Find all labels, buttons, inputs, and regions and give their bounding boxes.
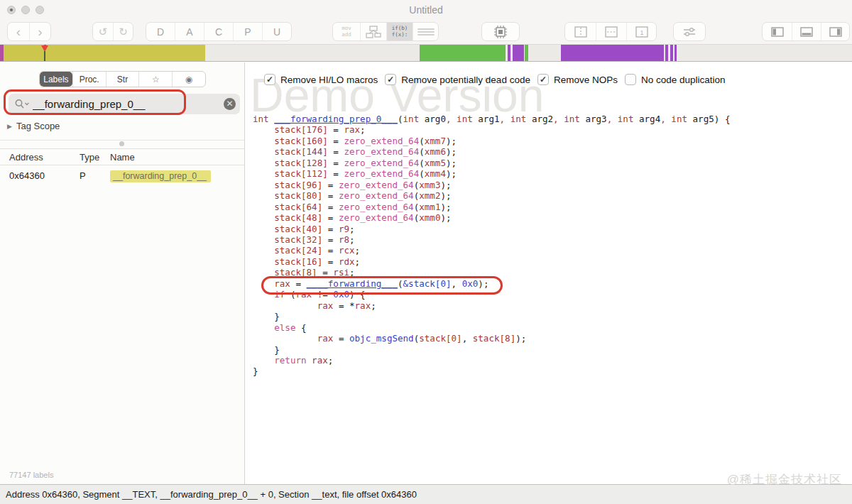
- column-header-type[interactable]: Type: [80, 152, 99, 163]
- code-line[interactable]: rax = objc_msgSend(stack[0], stack[8]);: [253, 333, 730, 344]
- search-input[interactable]: [33, 98, 224, 110]
- current-position-line: [44, 51, 45, 61]
- tab-str[interactable]: Str: [106, 72, 139, 87]
- code-token: (: [398, 114, 403, 124]
- search-field[interactable]: ✕: [9, 94, 240, 114]
- memory-segment[interactable]: [561, 45, 664, 61]
- hex-mode-button[interactable]: [413, 23, 438, 40]
- code-line[interactable]: rax = ____forwarding___(&stack[0], 0x0);: [253, 278, 730, 289]
- table-row[interactable]: 0x64360 P __forwarding_prep_0__: [0, 168, 244, 185]
- code-line[interactable]: stack[96] = zero_extend_64(xmm3);: [253, 180, 730, 190]
- code-line[interactable]: stack[8] = rsi;: [253, 267, 730, 278]
- code-token: [307, 355, 312, 366]
- code-line[interactable]: stack[32] = r8;: [253, 234, 730, 245]
- code-line[interactable]: stack[144] = zero_extend_64(xmm6);: [253, 146, 730, 157]
- cpu-button[interactable]: [482, 23, 519, 40]
- checkbox-remove-hi-lo-macros[interactable]: ✓Remove HI/LO macros: [264, 74, 378, 85]
- code-line[interactable]: stack[112] = zero_extend_64(xmm4);: [253, 168, 730, 179]
- code-line[interactable]: rax = *rax;: [253, 300, 730, 311]
- settings-button[interactable]: [674, 23, 705, 40]
- code-token: [253, 168, 274, 179]
- tab-bookmarks-star-icon[interactable]: ☆: [138, 72, 172, 87]
- checkbox-remove-nops[interactable]: ✓Remove NOPs: [537, 74, 618, 85]
- checkbox-remove-potentially-dead-code[interactable]: ✓Remove potentially dead code: [385, 74, 530, 85]
- memory-segment[interactable]: [420, 45, 506, 61]
- code-token: = *: [333, 300, 354, 311]
- code-line[interactable]: stack[48] = zero_extend_64(xmm0);: [253, 212, 730, 223]
- checkbox-checked-icon[interactable]: ✓: [264, 74, 275, 85]
- assembly-mode-button[interactable]: movadd: [333, 23, 360, 40]
- column-header-address[interactable]: Address: [9, 152, 43, 163]
- transform-a-button[interactable]: A: [175, 23, 204, 40]
- checkbox-unchecked-icon[interactable]: [625, 74, 636, 85]
- panel-toggle-group: [762, 22, 850, 41]
- memory-segment[interactable]: [670, 45, 673, 61]
- labels-table-header[interactable]: Address Type Name: [0, 148, 244, 165]
- tag-scope-disclosure[interactable]: ▶ Tag Scope: [7, 121, 60, 131]
- sidebar-tabs: LabelsProc.Str☆◉: [39, 71, 206, 87]
- memory-segment[interactable]: [674, 45, 677, 61]
- forward-button[interactable]: ›: [29, 23, 50, 40]
- code-line[interactable]: }: [253, 366, 730, 376]
- undo-button[interactable]: ↺: [93, 23, 113, 40]
- code-line[interactable]: if (rax != 0x0) {: [253, 289, 730, 300]
- memory-segment[interactable]: [0, 45, 4, 61]
- code-line[interactable]: else {: [253, 322, 730, 333]
- separator-lines-button[interactable]: [596, 23, 626, 40]
- code-line[interactable]: }: [253, 344, 730, 355]
- memory-map-bar[interactable]: [0, 44, 852, 62]
- memory-segment[interactable]: [513, 45, 524, 61]
- tab-label: Proc.: [80, 75, 99, 84]
- toggle-right-panel-button[interactable]: [821, 23, 849, 40]
- back-button[interactable]: ‹: [8, 23, 29, 40]
- toggle-left-panel-button[interactable]: [763, 23, 792, 40]
- split-view-button[interactable]: [565, 23, 596, 40]
- code-line[interactable]: stack[40] = r9;: [253, 224, 730, 234]
- code-token: xmm4: [425, 168, 446, 179]
- code-token: [253, 245, 274, 256]
- code-line[interactable]: stack[64] = zero_extend_64(xmm1);: [253, 202, 730, 212]
- splitter-handle[interactable]: [119, 141, 124, 146]
- code-line[interactable]: }: [253, 311, 730, 322]
- memory-segment[interactable]: [508, 45, 510, 61]
- code-line[interactable]: int ___forwarding_prep_0___(int arg0, in…: [253, 114, 730, 124]
- cfg-mode-button[interactable]: [360, 23, 386, 40]
- transform-d-button[interactable]: D: [146, 23, 175, 40]
- tab-labels[interactable]: Labels: [40, 72, 72, 87]
- transform-letter: U: [263, 26, 291, 38]
- tab-proc[interactable]: Proc.: [72, 72, 106, 87]
- clear-search-icon[interactable]: ✕: [224, 98, 236, 110]
- tab-label: ☆: [152, 75, 160, 84]
- code-line[interactable]: stack[160] = zero_extend_64(xmm7);: [253, 136, 730, 146]
- transform-p-button[interactable]: P: [233, 23, 262, 40]
- code-line[interactable]: stack[176] = rax;: [253, 124, 730, 135]
- code-token: stack[176]: [274, 124, 328, 135]
- toggle-bottom-panel-button[interactable]: [792, 23, 821, 40]
- transform-u-button[interactable]: U: [262, 23, 291, 40]
- memory-segment[interactable]: [4, 45, 205, 61]
- code-token: ,: [553, 114, 564, 124]
- memory-segment[interactable]: [665, 45, 668, 61]
- redo-button[interactable]: ↻: [113, 23, 133, 40]
- code-token: int: [403, 114, 420, 124]
- code-line[interactable]: stack[16] = rdx;: [253, 256, 730, 267]
- code-token: rax: [317, 333, 334, 344]
- code-line[interactable]: return rax;: [253, 355, 730, 366]
- transform-c-button[interactable]: C: [204, 23, 233, 40]
- site-watermark: @稀土掘金技术社区: [727, 471, 842, 488]
- code-token: );: [446, 168, 457, 179]
- code-line[interactable]: stack[24] = rcx;: [253, 245, 730, 256]
- code-line[interactable]: stack[80] = zero_extend_64(xmm2);: [253, 190, 730, 201]
- memory-segment[interactable]: [525, 45, 528, 61]
- code-line[interactable]: stack[128] = zero_extend_64(xmm5);: [253, 158, 730, 168]
- checkbox-checked-icon[interactable]: ✓: [385, 74, 396, 85]
- code-token: [253, 146, 274, 157]
- pseudocode-mode-button[interactable]: if(b)f(x):: [386, 23, 413, 40]
- line-numbers-button[interactable]: 1: [626, 23, 656, 40]
- row-address: 0x64360: [9, 170, 45, 181]
- tab-scope-dot-icon[interactable]: ◉: [172, 72, 205, 87]
- checkbox-checked-icon[interactable]: ✓: [537, 74, 549, 85]
- column-header-name[interactable]: Name: [110, 152, 135, 163]
- checkbox-no-code-duplication[interactable]: No code duplication: [625, 74, 726, 85]
- code-token: [253, 322, 274, 333]
